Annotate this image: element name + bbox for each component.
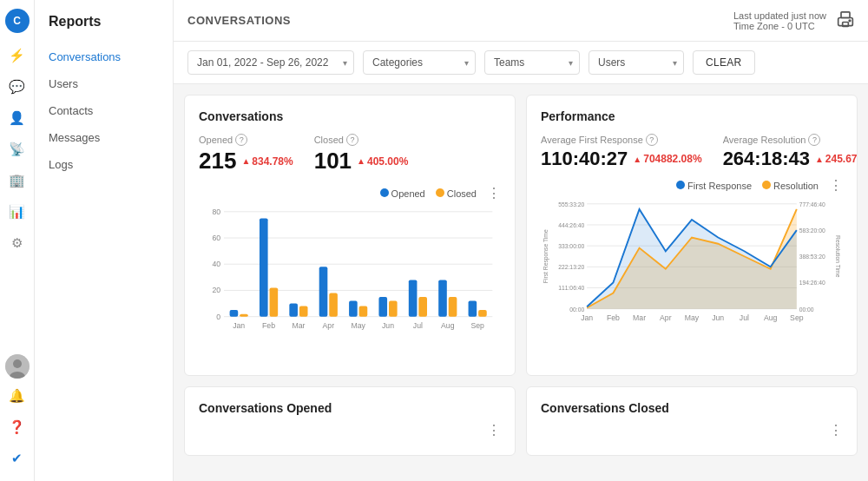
svg-text:May: May bbox=[685, 313, 700, 322]
resolution-info-icon: ? bbox=[808, 134, 820, 146]
svg-text:May: May bbox=[351, 321, 365, 330]
svg-rect-19 bbox=[260, 218, 268, 316]
perf-metrics-row: Average First Response ? 110:40:27 ▲ 704… bbox=[541, 134, 843, 170]
svg-rect-22 bbox=[289, 304, 298, 317]
svg-rect-34 bbox=[409, 280, 418, 316]
conversations-card: Conversations Opened ? 215 ▲ 834.78% bbox=[184, 95, 516, 376]
svg-rect-37 bbox=[438, 280, 447, 316]
svg-rect-20 bbox=[270, 287, 279, 316]
opened-card-more-icon[interactable]: ⋮ bbox=[487, 423, 501, 438]
svg-rect-26 bbox=[329, 293, 338, 316]
check-icon[interactable]: ✔ bbox=[3, 445, 31, 472]
conv-chart-legend: Opened Closed ⋮ bbox=[199, 185, 501, 201]
nav-icon-reports[interactable]: 📡 bbox=[3, 135, 31, 163]
svg-text:Mar: Mar bbox=[633, 313, 646, 322]
sidebar-item-logs[interactable]: Logs bbox=[35, 151, 173, 178]
svg-text:20: 20 bbox=[212, 286, 220, 294]
svg-text:333:00:00: 333:00:00 bbox=[558, 243, 584, 249]
nav-icon-contacts[interactable]: 👤 bbox=[3, 104, 31, 132]
nav-icon-speed[interactable]: ⚡ bbox=[3, 42, 31, 69]
svg-text:Sep: Sep bbox=[470, 321, 484, 330]
main-content: CONVERSATIONS Last updated just now Time… bbox=[174, 0, 868, 481]
print-button[interactable] bbox=[837, 11, 854, 30]
svg-text:Feb: Feb bbox=[262, 321, 275, 330]
svg-rect-40 bbox=[469, 301, 477, 317]
svg-text:80: 80 bbox=[212, 208, 220, 216]
svg-text:00:00: 00:00 bbox=[569, 306, 584, 313]
svg-text:60: 60 bbox=[212, 234, 220, 242]
opened-label: Opened ? bbox=[199, 134, 293, 146]
perf-chart-more-icon[interactable]: ⋮ bbox=[829, 177, 843, 194]
svg-text:194:26:40: 194:26:40 bbox=[799, 280, 825, 286]
svg-text:388:53:20: 388:53:20 bbox=[799, 254, 825, 260]
topbar: CONVERSATIONS Last updated just now Time… bbox=[174, 0, 868, 42]
svg-rect-29 bbox=[359, 306, 368, 317]
svg-text:Jan: Jan bbox=[233, 321, 245, 330]
date-range-select[interactable]: Jan 01, 2022 - Sep 26, 2022 bbox=[187, 50, 354, 75]
nav-panel: Reports Conversations Users Contacts Mes… bbox=[35, 0, 174, 481]
teams-wrapper: Teams ▾ bbox=[484, 50, 580, 75]
nav-icon-settings[interactable]: ⚙ bbox=[3, 229, 31, 257]
svg-text:777:46:40: 777:46:40 bbox=[799, 201, 825, 208]
opened-change: ▲ 834.78% bbox=[241, 155, 293, 168]
topbar-right: Last updated just now Time Zone - 0 UTC bbox=[733, 10, 854, 31]
nav-icon-org[interactable]: 🏢 bbox=[3, 167, 31, 194]
nav-panel-title: Reports bbox=[35, 10, 173, 43]
users-select[interactable]: Users bbox=[589, 50, 684, 75]
svg-text:222:13:20: 222:13:20 bbox=[558, 264, 584, 270]
svg-text:Jul: Jul bbox=[740, 313, 749, 322]
sidebar-item-conversations[interactable]: Conversations bbox=[35, 43, 173, 70]
svg-text:Jan: Jan bbox=[581, 313, 593, 322]
conversations-closed-title: Conversations Closed bbox=[541, 401, 843, 415]
svg-rect-31 bbox=[378, 297, 387, 317]
svg-rect-3 bbox=[841, 11, 850, 17]
date-range-wrapper: Jan 01, 2022 - Sep 26, 2022 ▾ bbox=[187, 50, 354, 75]
svg-rect-41 bbox=[478, 310, 487, 317]
teams-select[interactable]: Teams bbox=[484, 50, 580, 75]
help-icon[interactable]: ❓ bbox=[3, 413, 31, 441]
svg-text:Apr: Apr bbox=[323, 321, 335, 330]
opened-info-icon: ? bbox=[235, 134, 247, 146]
closed-info-icon: ? bbox=[346, 134, 358, 146]
first-response-change: ▲ 704882.08% bbox=[633, 153, 701, 165]
svg-text:Apr: Apr bbox=[660, 313, 672, 322]
svg-rect-38 bbox=[449, 297, 457, 317]
svg-text:111:06:40: 111:06:40 bbox=[558, 285, 584, 291]
svg-text:583:20:00: 583:20:00 bbox=[799, 227, 825, 234]
sidebar-item-messages[interactable]: Messages bbox=[35, 124, 173, 151]
top-cards-row: Conversations Opened ? 215 ▲ 834.78% bbox=[184, 95, 858, 376]
user-avatar[interactable]: C bbox=[5, 9, 30, 33]
clear-button[interactable]: CLEAR bbox=[693, 50, 755, 75]
first-response-value: 110:40:27 ▲ 704882.08% bbox=[541, 148, 702, 170]
svg-text:Resolution Time: Resolution Time bbox=[835, 235, 841, 278]
svg-rect-16 bbox=[230, 310, 239, 317]
nav-icon-chat[interactable]: 💬 bbox=[3, 73, 31, 101]
svg-text:Sep: Sep bbox=[790, 313, 804, 322]
svg-text:Aug: Aug bbox=[764, 313, 778, 322]
svg-text:Aug: Aug bbox=[441, 321, 455, 330]
sidebar-item-users[interactable]: Users bbox=[35, 70, 173, 97]
performance-line-chart: 555:33:20444:26:40333:00:00222:13:20111:… bbox=[541, 197, 843, 356]
nav-icon-analytics[interactable]: 📊 bbox=[3, 198, 31, 226]
sidebar-item-contacts[interactable]: Contacts bbox=[35, 97, 173, 124]
svg-text:Jul: Jul bbox=[413, 321, 423, 330]
filters-bar: Jan 01, 2022 - Sep 26, 2022 ▾ Categories… bbox=[174, 42, 868, 84]
closed-card-more-icon[interactable]: ⋮ bbox=[829, 423, 843, 438]
svg-text:Feb: Feb bbox=[607, 313, 620, 322]
categories-select[interactable]: Categories bbox=[363, 50, 476, 75]
resolution-metric: Average Resolution ? 264:18:43 ▲ 245.67% bbox=[723, 134, 858, 170]
conv-chart-more-icon[interactable]: ⋮ bbox=[487, 185, 501, 201]
svg-point-5 bbox=[849, 20, 851, 22]
content-area: Conversations Opened ? 215 ▲ 834.78% bbox=[174, 84, 868, 481]
last-updated-info: Last updated just now Time Zone - 0 UTC bbox=[733, 10, 826, 31]
conversations-card-title: Conversations bbox=[199, 109, 501, 123]
conversations-bar-chart: 806040200JanFebMarAprMayJunJulAugSep bbox=[199, 205, 501, 361]
categories-wrapper: Categories ▾ bbox=[363, 50, 476, 75]
svg-rect-32 bbox=[389, 301, 398, 317]
svg-rect-28 bbox=[349, 301, 358, 317]
notification-bell-icon[interactable]: 🔔 bbox=[3, 382, 31, 410]
svg-rect-4 bbox=[843, 22, 849, 26]
svg-text:Jun: Jun bbox=[712, 313, 724, 322]
performance-card-title: Performance bbox=[541, 109, 843, 123]
bottom-user-avatar[interactable] bbox=[5, 354, 30, 379]
